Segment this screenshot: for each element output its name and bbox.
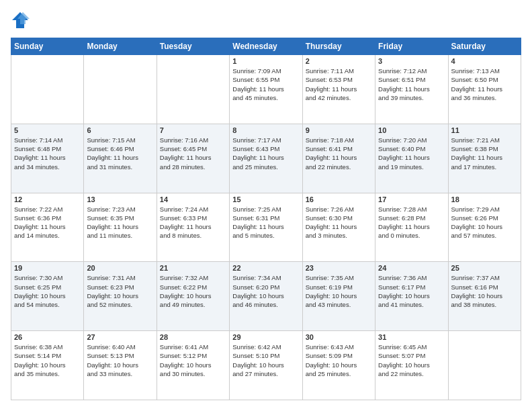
calendar-cell: 10Sunrise: 7:20 AM Sunset: 6:40 PM Dayli… [375, 124, 448, 193]
day-number: 23 [306, 264, 372, 272]
day-info: Sunrise: 7:35 AM Sunset: 6:19 PM Dayligh… [306, 273, 372, 309]
day-info: Sunrise: 7:28 AM Sunset: 6:28 PM Dayligh… [378, 205, 445, 240]
day-number: 16 [306, 195, 372, 203]
weekday-header-monday: Monday [84, 38, 157, 55]
calendar-cell: 18Sunrise: 7:29 AM Sunset: 6:26 PM Dayli… [448, 193, 521, 262]
calendar-cell [11, 55, 84, 124]
calendar-cell: 12Sunrise: 7:22 AM Sunset: 6:36 PM Dayli… [11, 193, 84, 262]
day-number: 13 [87, 195, 153, 203]
calendar-cell: 6Sunrise: 7:15 AM Sunset: 6:46 PM Daylig… [84, 124, 157, 193]
day-number: 8 [232, 126, 299, 134]
day-number: 19 [14, 264, 81, 272]
day-number: 15 [232, 195, 299, 203]
calendar-cell: 20Sunrise: 7:31 AM Sunset: 6:23 PM Dayli… [84, 262, 157, 331]
day-number: 6 [87, 126, 153, 134]
day-number: 27 [87, 333, 153, 341]
day-info: Sunrise: 7:18 AM Sunset: 6:41 PM Dayligh… [306, 136, 372, 171]
day-info: Sunrise: 6:41 AM Sunset: 5:12 PM Dayligh… [160, 342, 226, 378]
day-info: Sunrise: 7:20 AM Sunset: 6:40 PM Dayligh… [378, 136, 445, 171]
calendar-cell: 31Sunrise: 6:45 AM Sunset: 5:07 PM Dayli… [375, 331, 448, 400]
weekday-header-thursday: Thursday [302, 38, 375, 55]
day-info: Sunrise: 7:37 AM Sunset: 6:16 PM Dayligh… [451, 273, 518, 309]
day-number: 1 [232, 57, 299, 65]
day-info: Sunrise: 7:32 AM Sunset: 6:22 PM Dayligh… [160, 273, 226, 309]
day-number: 11 [451, 126, 518, 134]
calendar-cell: 2Sunrise: 7:11 AM Sunset: 6:53 PM Daylig… [302, 55, 375, 124]
calendar-cell: 17Sunrise: 7:28 AM Sunset: 6:28 PM Dayli… [375, 193, 448, 262]
day-info: Sunrise: 7:24 AM Sunset: 6:33 PM Dayligh… [160, 205, 226, 240]
day-info: Sunrise: 7:25 AM Sunset: 6:31 PM Dayligh… [232, 205, 299, 240]
week-row-5: 26Sunrise: 6:38 AM Sunset: 5:14 PM Dayli… [11, 331, 521, 400]
week-row-2: 5Sunrise: 7:14 AM Sunset: 6:48 PM Daylig… [11, 124, 521, 193]
logo [11, 11, 31, 30]
day-info: Sunrise: 7:23 AM Sunset: 6:35 PM Dayligh… [87, 205, 153, 240]
day-info: Sunrise: 7:29 AM Sunset: 6:26 PM Dayligh… [451, 205, 518, 240]
day-number: 22 [232, 264, 299, 272]
weekday-header-saturday: Saturday [448, 38, 521, 55]
day-number: 25 [451, 264, 518, 272]
calendar-cell: 28Sunrise: 6:41 AM Sunset: 5:12 PM Dayli… [157, 331, 229, 400]
day-info: Sunrise: 7:13 AM Sunset: 6:50 PM Dayligh… [451, 66, 518, 102]
page: SundayMondayTuesdayWednesdayThursdayFrid… [0, 0, 532, 411]
week-row-4: 19Sunrise: 7:30 AM Sunset: 6:25 PM Dayli… [11, 262, 521, 331]
calendar-table: SundayMondayTuesdayWednesdayThursdayFrid… [11, 38, 521, 400]
calendar-cell: 30Sunrise: 6:43 AM Sunset: 5:09 PM Dayli… [302, 331, 375, 400]
day-info: Sunrise: 7:26 AM Sunset: 6:30 PM Dayligh… [306, 205, 372, 240]
weekday-header-row: SundayMondayTuesdayWednesdayThursdayFrid… [11, 38, 521, 55]
day-info: Sunrise: 7:09 AM Sunset: 6:55 PM Dayligh… [232, 66, 299, 102]
calendar-cell: 15Sunrise: 7:25 AM Sunset: 6:31 PM Dayli… [230, 193, 302, 262]
day-info: Sunrise: 7:17 AM Sunset: 6:43 PM Dayligh… [232, 136, 299, 171]
calendar-cell: 24Sunrise: 7:36 AM Sunset: 6:17 PM Dayli… [375, 262, 448, 331]
day-number: 2 [306, 57, 372, 65]
day-info: Sunrise: 7:31 AM Sunset: 6:23 PM Dayligh… [87, 273, 153, 309]
day-info: Sunrise: 7:15 AM Sunset: 6:46 PM Dayligh… [87, 136, 153, 171]
day-number: 4 [451, 57, 518, 65]
day-number: 3 [378, 57, 445, 65]
day-number: 26 [14, 333, 81, 341]
day-number: 14 [160, 195, 226, 203]
logo-icon [11, 11, 30, 30]
day-number: 10 [378, 126, 445, 134]
calendar-cell: 25Sunrise: 7:37 AM Sunset: 6:16 PM Dayli… [448, 262, 521, 331]
calendar-cell: 23Sunrise: 7:35 AM Sunset: 6:19 PM Dayli… [302, 262, 375, 331]
calendar-cell: 26Sunrise: 6:38 AM Sunset: 5:14 PM Dayli… [11, 331, 84, 400]
calendar-cell: 27Sunrise: 6:40 AM Sunset: 5:13 PM Dayli… [84, 331, 157, 400]
calendar-cell: 22Sunrise: 7:34 AM Sunset: 6:20 PM Dayli… [230, 262, 302, 331]
day-info: Sunrise: 7:21 AM Sunset: 6:38 PM Dayligh… [451, 136, 518, 171]
day-number: 12 [14, 195, 81, 203]
day-info: Sunrise: 7:22 AM Sunset: 6:36 PM Dayligh… [14, 205, 81, 240]
day-number: 9 [306, 126, 372, 134]
calendar-cell: 5Sunrise: 7:14 AM Sunset: 6:48 PM Daylig… [11, 124, 84, 193]
calendar-cell: 29Sunrise: 6:42 AM Sunset: 5:10 PM Dayli… [230, 331, 302, 400]
day-info: Sunrise: 6:38 AM Sunset: 5:14 PM Dayligh… [14, 342, 81, 378]
week-row-3: 12Sunrise: 7:22 AM Sunset: 6:36 PM Dayli… [11, 193, 521, 262]
day-info: Sunrise: 6:43 AM Sunset: 5:09 PM Dayligh… [306, 342, 372, 378]
day-info: Sunrise: 6:42 AM Sunset: 5:10 PM Dayligh… [232, 342, 299, 378]
day-number: 31 [378, 333, 445, 341]
day-number: 29 [232, 333, 299, 341]
calendar-cell: 1Sunrise: 7:09 AM Sunset: 6:55 PM Daylig… [230, 55, 302, 124]
day-info: Sunrise: 7:30 AM Sunset: 6:25 PM Dayligh… [14, 273, 81, 309]
calendar-cell: 13Sunrise: 7:23 AM Sunset: 6:35 PM Dayli… [84, 193, 157, 262]
calendar-cell [84, 55, 157, 124]
calendar-cell: 8Sunrise: 7:17 AM Sunset: 6:43 PM Daylig… [230, 124, 302, 193]
weekday-header-friday: Friday [375, 38, 448, 55]
day-number: 30 [306, 333, 372, 341]
day-info: Sunrise: 7:34 AM Sunset: 6:20 PM Dayligh… [232, 273, 299, 309]
day-number: 24 [378, 264, 445, 272]
calendar-cell: 14Sunrise: 7:24 AM Sunset: 6:33 PM Dayli… [157, 193, 229, 262]
calendar-cell: 4Sunrise: 7:13 AM Sunset: 6:50 PM Daylig… [448, 55, 521, 124]
day-number: 20 [87, 264, 153, 272]
day-info: Sunrise: 6:45 AM Sunset: 5:07 PM Dayligh… [378, 342, 445, 378]
weekday-header-tuesday: Tuesday [157, 38, 229, 55]
calendar-cell [157, 55, 229, 124]
day-number: 21 [160, 264, 226, 272]
calendar-cell: 16Sunrise: 7:26 AM Sunset: 6:30 PM Dayli… [302, 193, 375, 262]
day-number: 17 [378, 195, 445, 203]
calendar-cell: 11Sunrise: 7:21 AM Sunset: 6:38 PM Dayli… [448, 124, 521, 193]
calendar-cell: 21Sunrise: 7:32 AM Sunset: 6:22 PM Dayli… [157, 262, 229, 331]
day-info: Sunrise: 7:12 AM Sunset: 6:51 PM Dayligh… [378, 66, 445, 102]
calendar-cell [448, 331, 521, 400]
day-number: 7 [160, 126, 226, 134]
calendar-cell: 7Sunrise: 7:16 AM Sunset: 6:45 PM Daylig… [157, 124, 229, 193]
